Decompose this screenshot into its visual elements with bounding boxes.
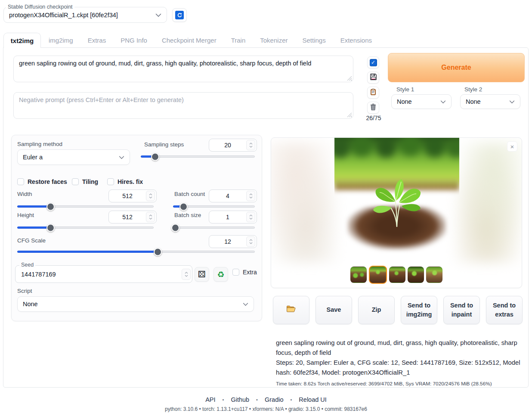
seed-input[interactable]: 1441787169 <box>15 265 192 283</box>
generated-image[interactable] <box>334 138 459 263</box>
restore-faces-checkbox[interactable]: Restore faces <box>17 178 67 185</box>
tab-checkpoint-merger[interactable]: Checkpoint Merger <box>162 37 217 44</box>
style2-label: Style 2 <box>464 86 482 93</box>
slider-handle[interactable] <box>171 224 179 232</box>
send-to-inpaint-button[interactable]: Send to inpaint <box>443 296 480 324</box>
clear-prompt-button[interactable] <box>367 102 379 114</box>
refresh-icon <box>175 11 184 19</box>
style2-dropdown[interactable]: None <box>460 94 520 109</box>
batch-count-input[interactable]: 4 <box>209 189 257 202</box>
gallery-thumbnail-1[interactable] <box>350 267 367 283</box>
generation-info: green sapling rowing out of ground, mud,… <box>276 338 520 388</box>
sampling-method-dropdown[interactable]: Euler a <box>17 149 130 165</box>
gallery-background-blur <box>271 142 338 263</box>
recycle-icon: ♻ <box>217 270 224 279</box>
tab-png-info[interactable]: PNG Info <box>121 37 147 44</box>
checkbox-icon[interactable] <box>72 178 79 185</box>
checkpoint-label: Stable Diffusion checkpoint <box>6 4 74 10</box>
tab-txt2img[interactable]: txt2img <box>3 33 41 48</box>
paste-params-icon: ✓ <box>370 59 377 66</box>
gallery-thumbnail-5[interactable] <box>426 267 442 283</box>
refresh-checkpoints-button[interactable] <box>172 8 187 22</box>
footer-link-gradio[interactable]: Gradio <box>265 396 284 403</box>
dot-separator: • <box>223 397 224 402</box>
script-label: Script <box>17 288 32 294</box>
random-seed-button[interactable]: ⚄ <box>195 267 209 282</box>
extra-label: Extra <box>243 269 257 276</box>
cfg-scale-slider[interactable] <box>17 251 255 253</box>
slider-handle[interactable] <box>46 202 55 211</box>
cfg-scale-input[interactable]: 12 <box>209 235 257 248</box>
stepper-icon[interactable] <box>246 140 255 150</box>
checkbox-icon[interactable] <box>17 178 24 185</box>
zip-button[interactable]: Zip <box>358 296 395 324</box>
stepper-icon[interactable] <box>182 269 191 280</box>
height-label: Height <box>17 212 34 218</box>
extra-seed-checkbox[interactable]: Extra <box>232 269 257 276</box>
chevron-down-icon <box>243 301 248 307</box>
open-folder-button[interactable] <box>273 296 309 324</box>
slider-handle[interactable] <box>154 248 162 256</box>
stepper-icon[interactable] <box>146 191 155 201</box>
save-button[interactable]: Save <box>315 296 352 324</box>
stepper-icon[interactable] <box>146 212 155 222</box>
stepper-icon[interactable] <box>246 236 255 247</box>
tiling-checkbox[interactable]: Tiling <box>72 178 98 185</box>
reuse-seed-button[interactable]: ♻ <box>213 267 228 282</box>
gallery-thumbnail-2-selected[interactable] <box>369 266 387 284</box>
slider-handle[interactable] <box>151 152 159 161</box>
txt2img-panel: green sapling rowing out of ground, mud,… <box>3 47 529 388</box>
height-slider[interactable] <box>17 227 154 229</box>
gallery-background-blur <box>455 142 522 263</box>
send-to-extras-button[interactable]: Send to extras <box>486 296 523 324</box>
batch-size-label: Batch size <box>174 212 201 218</box>
prompt-input[interactable]: green sapling rowing out of ground, mud,… <box>13 56 353 82</box>
batch-size-input[interactable]: 1 <box>209 211 257 224</box>
script-dropdown[interactable]: None <box>17 296 254 312</box>
hires-fix-checkbox[interactable]: Hires. fix <box>107 178 143 185</box>
footer-link-api[interactable]: API <box>205 396 215 403</box>
tab-img2img[interactable]: img2img <box>49 37 73 44</box>
tab-tokenizer[interactable]: Tokenizer <box>260 37 288 44</box>
width-slider[interactable] <box>17 205 154 208</box>
slider-handle[interactable] <box>179 202 188 211</box>
negative-prompt-input[interactable] <box>13 92 353 119</box>
cfg-scale-value: 12 <box>209 238 246 245</box>
sampling-steps-input[interactable]: 20 <box>209 139 257 152</box>
footer-link-reload-ui[interactable]: Reload UI <box>299 396 326 403</box>
slider-handle[interactable] <box>46 224 55 232</box>
tab-bar: img2img Extras PNG Info Checkpoint Merge… <box>49 33 372 47</box>
checkbox-icon[interactable] <box>232 269 239 276</box>
close-gallery-button[interactable]: × <box>507 141 517 152</box>
output-actions: Save Zip Send to img2img Send to inpaint… <box>273 296 525 324</box>
stepper-icon[interactable] <box>246 212 255 222</box>
gallery-thumbnail-4[interactable] <box>408 267 424 283</box>
chevron-down-icon <box>155 11 161 19</box>
footer-link-github[interactable]: Github <box>231 396 249 403</box>
height-input[interactable]: 512 <box>108 211 157 224</box>
generate-button[interactable]: Generate <box>388 53 525 82</box>
width-input[interactable]: 512 <box>108 189 157 202</box>
batch-count-slider[interactable] <box>173 205 255 208</box>
footer-versions: python: 3.10.6 • torch: 1.13.1+cu117 • x… <box>0 406 532 412</box>
batch-count-label: Batch count <box>174 191 205 197</box>
dot-separator: • <box>256 397 258 402</box>
batch-size-slider[interactable] <box>173 227 255 229</box>
seed-label: Seed <box>19 262 35 268</box>
seed-value: 1441787169 <box>15 271 182 278</box>
apply-style-button[interactable] <box>367 87 379 99</box>
paste-params-button[interactable]: ✓ <box>367 56 379 68</box>
batch-size-value: 1 <box>209 214 246 220</box>
prompt-field-wrap: green sapling rowing out of ground, mud,… <box>13 56 353 82</box>
gallery-thumbnail-3[interactable] <box>389 267 405 283</box>
tab-extensions[interactable]: Extensions <box>340 37 372 44</box>
tab-extras[interactable]: Extras <box>88 37 106 44</box>
style1-dropdown[interactable]: None <box>391 94 452 109</box>
sampling-steps-slider[interactable] <box>141 155 255 158</box>
checkbox-icon[interactable] <box>107 178 114 185</box>
send-to-img2img-button[interactable]: Send to img2img <box>401 296 437 324</box>
save-style-button[interactable] <box>367 71 379 84</box>
tab-settings[interactable]: Settings <box>302 37 325 44</box>
tab-train[interactable]: Train <box>231 37 246 44</box>
stepper-icon[interactable] <box>246 191 255 201</box>
